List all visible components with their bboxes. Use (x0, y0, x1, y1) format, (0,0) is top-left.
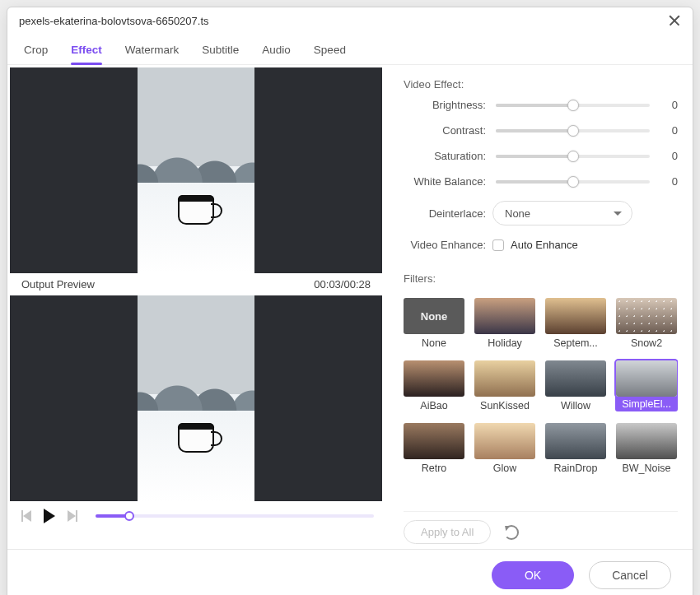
filter-thumb (404, 360, 464, 397)
filter-retro[interactable]: Retro (404, 423, 464, 474)
filter-thumb (404, 423, 464, 459)
preview-column: Output Preview 00:03/00:28 (7, 65, 382, 549)
effects-panel: Video Effect: Brightness: 0 Contrast: 0 … (382, 65, 693, 549)
brightness-row: Brightness: 0 (404, 99, 678, 111)
enhance-row: Video Enhance: Auto Enhance (404, 239, 678, 251)
slider-thumb[interactable] (567, 176, 579, 188)
filter-label: SunKissed (480, 400, 530, 411)
filter-thumb (616, 360, 677, 397)
saturation-label: Saturation: (404, 150, 492, 162)
saturation-slider[interactable] (496, 155, 650, 158)
output-preview (10, 295, 382, 501)
filter-label: AiBao (420, 400, 447, 411)
play-button[interactable] (41, 508, 58, 524)
filter-none[interactable]: NoneNone (404, 298, 464, 349)
filter-label: Snow2 (631, 337, 662, 349)
body: Output Preview 00:03/00:28 (7, 65, 693, 549)
deinterlace-value: None (505, 207, 530, 220)
dialog-footer: OK Cancel (7, 549, 693, 595)
filters-actions: Apply to All (404, 511, 678, 549)
filter-septem[interactable]: Septem... (545, 298, 606, 349)
filter-holiday[interactable]: Holiday (474, 298, 535, 349)
next-frame-button[interactable] (64, 508, 81, 524)
filter-glow[interactable]: Glow (474, 423, 535, 474)
tab-subtitle[interactable]: Subtitle (202, 39, 239, 64)
cup-graphic (178, 195, 214, 225)
preview-info-bar: Output Preview 00:03/00:28 (10, 273, 382, 295)
timecode: 00:03/00:28 (314, 278, 371, 291)
filter-thumb (616, 298, 677, 334)
white-balance-row: White Balance: 0 (404, 175, 678, 188)
enhance-label: Video Enhance: (404, 239, 492, 251)
tab-speed[interactable]: Speed (314, 39, 346, 64)
tab-watermark[interactable]: Watermark (125, 39, 180, 64)
brightness-label: Brightness: (404, 99, 492, 111)
slider-thumb[interactable] (567, 151, 579, 162)
deinterlace-select[interactable]: None (492, 201, 632, 225)
filter-label: Septem... (553, 337, 598, 349)
filter-label: Retro (422, 463, 447, 474)
filter-label: RainDrop (554, 463, 598, 474)
filter-sunkissed[interactable]: SunKissed (474, 360, 535, 411)
source-preview (10, 67, 382, 273)
preview-frame (138, 67, 254, 273)
filter-willow[interactable]: Willow (545, 360, 606, 411)
video-effect-heading: Video Effect: (404, 78, 678, 91)
filter-bwnoise[interactable]: BW_Noise (616, 423, 677, 474)
close-icon[interactable] (668, 14, 681, 27)
filter-thumb (474, 360, 535, 397)
titlebar: pexels-ekaterina-bolovtsova-6650207.ts (7, 7, 693, 34)
brightness-slider[interactable] (496, 104, 650, 107)
white-balance-value: 0 (663, 175, 678, 188)
timeline-thumb[interactable] (124, 511, 134, 521)
contrast-slider[interactable] (496, 129, 650, 132)
filter-thumb (545, 360, 606, 397)
tab-audio[interactable]: Audio (262, 39, 291, 64)
filter-label: Holiday (488, 337, 522, 349)
deinterlace-label: Deinterlace: (404, 207, 492, 220)
contrast-value: 0 (663, 124, 678, 137)
prev-frame-button[interactable] (18, 508, 35, 524)
cancel-button[interactable]: Cancel (589, 561, 671, 589)
filter-simpleel[interactable]: SimpleEl... (616, 360, 677, 411)
tab-crop[interactable]: Crop (24, 39, 48, 64)
saturation-row: Saturation: 0 (404, 150, 678, 162)
filter-thumb (616, 423, 677, 459)
timeline-slider[interactable] (96, 514, 374, 518)
contrast-row: Contrast: 0 (404, 124, 678, 137)
filter-label: BW_Noise (622, 463, 670, 474)
output-preview-label: Output Preview (21, 278, 95, 291)
editor-window: pexels-ekaterina-bolovtsova-6650207.ts C… (7, 7, 693, 595)
playback-controls (10, 501, 382, 529)
filter-raindrop[interactable]: RainDrop (545, 423, 606, 474)
brightness-value: 0 (663, 99, 678, 111)
window-title: pexels-ekaterina-bolovtsova-6650207.ts (19, 15, 209, 27)
filter-label: None (422, 337, 446, 349)
slider-thumb[interactable] (567, 100, 579, 111)
deinterlace-row: Deinterlace: None (404, 201, 678, 225)
ok-button[interactable]: OK (492, 561, 574, 589)
white-balance-slider[interactable] (496, 180, 650, 184)
filters-scroll[interactable]: NoneNoneHolidaySeptem...Snow2AiBaoSunKis… (404, 293, 678, 506)
filters-heading: Filters: (404, 272, 678, 285)
filter-thumb (545, 298, 606, 334)
filter-label: Willow (561, 400, 590, 411)
apply-to-all-button[interactable]: Apply to All (404, 520, 491, 544)
filter-snow2[interactable]: Snow2 (616, 298, 677, 349)
tab-effect[interactable]: Effect (71, 39, 102, 64)
output-frame (138, 295, 254, 501)
reset-icon[interactable] (504, 525, 519, 540)
filter-label: SimpleEl... (615, 397, 678, 411)
play-icon (44, 509, 55, 523)
filter-thumb (474, 298, 535, 334)
auto-enhance-checkbox[interactable] (492, 239, 504, 251)
white-balance-label: White Balance: (404, 175, 492, 188)
filter-aibao[interactable]: AiBao (404, 360, 464, 411)
auto-enhance-label: Auto Enhance (511, 239, 578, 251)
slider-thumb[interactable] (567, 125, 579, 137)
cup-graphic (178, 423, 214, 453)
filter-thumb (474, 423, 535, 459)
filter-thumb: None (404, 298, 464, 334)
saturation-value: 0 (663, 150, 678, 162)
contrast-label: Contrast: (404, 124, 492, 137)
